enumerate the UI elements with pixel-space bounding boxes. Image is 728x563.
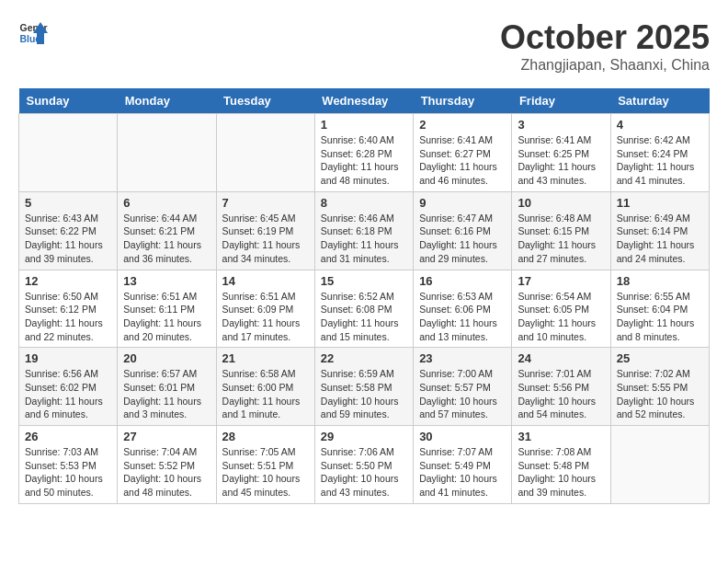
day-number: 4 — [617, 118, 703, 132]
day-info: Sunrise: 6:44 AM Sunset: 6:21 PM Dayligh… — [123, 212, 210, 266]
calendar-cell — [610, 426, 709, 504]
calendar-cell: 30Sunrise: 7:07 AM Sunset: 5:49 PM Dayli… — [414, 426, 512, 504]
day-number: 22 — [321, 351, 407, 365]
calendar-cell: 10Sunrise: 6:48 AM Sunset: 6:15 PM Dayli… — [512, 191, 610, 270]
calendar-cell: 31Sunrise: 7:08 AM Sunset: 5:48 PM Dayli… — [512, 426, 610, 504]
day-number: 7 — [222, 196, 309, 210]
calendar-week-row: 19Sunrise: 6:56 AM Sunset: 6:02 PM Dayli… — [19, 348, 710, 426]
day-number: 13 — [123, 274, 210, 288]
day-number: 3 — [518, 118, 604, 132]
column-header-wednesday: Wednesday — [314, 88, 413, 114]
calendar-cell: 21Sunrise: 6:58 AM Sunset: 6:00 PM Dayli… — [216, 348, 314, 426]
day-info: Sunrise: 7:03 AM Sunset: 5:53 PM Dayligh… — [25, 445, 111, 500]
day-number: 25 — [617, 351, 703, 365]
calendar-cell: 6Sunrise: 6:44 AM Sunset: 6:21 PM Daylig… — [118, 191, 216, 270]
calendar-cell: 22Sunrise: 6:59 AM Sunset: 5:58 PM Dayli… — [314, 348, 413, 426]
day-info: Sunrise: 6:56 AM Sunset: 6:02 PM Dayligh… — [25, 367, 111, 421]
calendar-cell — [19, 114, 118, 192]
day-number: 12 — [25, 274, 111, 288]
day-number: 17 — [518, 274, 604, 288]
calendar-cell: 1Sunrise: 6:40 AM Sunset: 6:28 PM Daylig… — [314, 114, 413, 192]
day-info: Sunrise: 6:43 AM Sunset: 6:22 PM Dayligh… — [25, 212, 111, 266]
day-number: 15 — [321, 274, 407, 288]
day-info: Sunrise: 7:00 AM Sunset: 5:57 PM Dayligh… — [419, 367, 506, 421]
calendar-cell — [216, 114, 314, 192]
day-info: Sunrise: 7:07 AM Sunset: 5:49 PM Dayligh… — [419, 445, 506, 500]
column-header-sunday: Sunday — [19, 88, 118, 114]
column-header-tuesday: Tuesday — [216, 88, 314, 114]
day-info: Sunrise: 6:41 AM Sunset: 6:25 PM Dayligh… — [518, 133, 604, 188]
calendar-week-row: 1Sunrise: 6:40 AM Sunset: 6:28 PM Daylig… — [19, 114, 710, 192]
day-number: 19 — [25, 351, 111, 365]
day-info: Sunrise: 6:41 AM Sunset: 6:27 PM Dayligh… — [419, 133, 506, 188]
calendar-table: SundayMondayTuesdayWednesdayThursdayFrid… — [18, 88, 710, 504]
calendar-cell: 17Sunrise: 6:54 AM Sunset: 6:05 PM Dayli… — [512, 270, 610, 348]
calendar-cell: 23Sunrise: 7:00 AM Sunset: 5:57 PM Dayli… — [414, 348, 512, 426]
day-number: 16 — [419, 274, 506, 288]
day-info: Sunrise: 6:51 AM Sunset: 6:09 PM Dayligh… — [222, 290, 309, 344]
day-number: 24 — [518, 351, 604, 365]
calendar-cell: 4Sunrise: 6:42 AM Sunset: 6:24 PM Daylig… — [610, 114, 709, 192]
location: Zhangjiapan, Shaanxi, China — [500, 57, 710, 74]
day-info: Sunrise: 6:53 AM Sunset: 6:06 PM Dayligh… — [419, 290, 506, 344]
title-block: October 2025 Zhangjiapan, Shaanxi, China — [500, 18, 710, 74]
day-number: 27 — [123, 430, 210, 443]
calendar-header-row: SundayMondayTuesdayWednesdayThursdayFrid… — [19, 88, 710, 114]
month-title: October 2025 — [500, 18, 710, 57]
calendar-cell: 12Sunrise: 6:50 AM Sunset: 6:12 PM Dayli… — [19, 270, 118, 348]
day-number: 10 — [518, 196, 604, 210]
day-info: Sunrise: 6:50 AM Sunset: 6:12 PM Dayligh… — [25, 290, 111, 344]
calendar-cell: 24Sunrise: 7:01 AM Sunset: 5:56 PM Dayli… — [512, 348, 610, 426]
day-info: Sunrise: 6:48 AM Sunset: 6:15 PM Dayligh… — [518, 212, 604, 266]
calendar-cell: 15Sunrise: 6:52 AM Sunset: 6:08 PM Dayli… — [314, 270, 413, 348]
calendar-cell: 27Sunrise: 7:04 AM Sunset: 5:52 PM Dayli… — [118, 426, 216, 504]
day-info: Sunrise: 6:42 AM Sunset: 6:24 PM Dayligh… — [617, 133, 703, 188]
logo: General Blue — [18, 18, 48, 48]
calendar-cell: 8Sunrise: 6:46 AM Sunset: 6:18 PM Daylig… — [314, 191, 413, 270]
calendar-week-row: 12Sunrise: 6:50 AM Sunset: 6:12 PM Dayli… — [19, 270, 710, 348]
day-number: 26 — [25, 430, 111, 443]
calendar-cell: 26Sunrise: 7:03 AM Sunset: 5:53 PM Dayli… — [19, 426, 118, 504]
calendar-cell: 7Sunrise: 6:45 AM Sunset: 6:19 PM Daylig… — [216, 191, 314, 270]
day-info: Sunrise: 6:49 AM Sunset: 6:14 PM Dayligh… — [617, 212, 703, 266]
column-header-friday: Friday — [512, 88, 610, 114]
calendar-cell: 2Sunrise: 6:41 AM Sunset: 6:27 PM Daylig… — [414, 114, 512, 192]
page-header: General Blue October 2025 Zhangjiapan, S… — [18, 18, 710, 74]
calendar-cell: 13Sunrise: 6:51 AM Sunset: 6:11 PM Dayli… — [118, 270, 216, 348]
day-number: 29 — [321, 430, 407, 443]
day-info: Sunrise: 6:59 AM Sunset: 5:58 PM Dayligh… — [321, 367, 407, 421]
calendar-week-row: 26Sunrise: 7:03 AM Sunset: 5:53 PM Dayli… — [19, 426, 710, 504]
column-header-monday: Monday — [118, 88, 216, 114]
day-number: 21 — [222, 351, 309, 365]
calendar-cell: 20Sunrise: 6:57 AM Sunset: 6:01 PM Dayli… — [118, 348, 216, 426]
day-number: 30 — [419, 430, 506, 443]
day-info: Sunrise: 7:01 AM Sunset: 5:56 PM Dayligh… — [518, 367, 604, 421]
day-number: 11 — [617, 196, 703, 210]
calendar-cell: 16Sunrise: 6:53 AM Sunset: 6:06 PM Dayli… — [414, 270, 512, 348]
day-number: 28 — [222, 430, 309, 443]
day-number: 2 — [419, 118, 506, 132]
logo-icon: General Blue — [18, 18, 48, 48]
day-info: Sunrise: 6:51 AM Sunset: 6:11 PM Dayligh… — [123, 290, 210, 344]
day-info: Sunrise: 7:02 AM Sunset: 5:55 PM Dayligh… — [617, 367, 703, 421]
day-number: 5 — [25, 196, 111, 210]
calendar-cell: 9Sunrise: 6:47 AM Sunset: 6:16 PM Daylig… — [414, 191, 512, 270]
day-info: Sunrise: 6:40 AM Sunset: 6:28 PM Dayligh… — [321, 133, 407, 188]
day-info: Sunrise: 7:05 AM Sunset: 5:51 PM Dayligh… — [222, 445, 309, 500]
calendar-week-row: 5Sunrise: 6:43 AM Sunset: 6:22 PM Daylig… — [19, 191, 710, 270]
day-info: Sunrise: 6:57 AM Sunset: 6:01 PM Dayligh… — [123, 367, 210, 421]
calendar-cell: 3Sunrise: 6:41 AM Sunset: 6:25 PM Daylig… — [512, 114, 610, 192]
day-number: 9 — [419, 196, 506, 210]
day-number: 31 — [518, 430, 604, 443]
calendar-cell: 11Sunrise: 6:49 AM Sunset: 6:14 PM Dayli… — [610, 191, 709, 270]
calendar-cell: 29Sunrise: 7:06 AM Sunset: 5:50 PM Dayli… — [314, 426, 413, 504]
day-info: Sunrise: 6:46 AM Sunset: 6:18 PM Dayligh… — [321, 212, 407, 266]
day-number: 1 — [321, 118, 407, 132]
day-info: Sunrise: 6:55 AM Sunset: 6:04 PM Dayligh… — [617, 290, 703, 344]
day-number: 18 — [617, 274, 703, 288]
day-number: 20 — [123, 351, 210, 365]
calendar-cell: 5Sunrise: 6:43 AM Sunset: 6:22 PM Daylig… — [19, 191, 118, 270]
day-info: Sunrise: 6:54 AM Sunset: 6:05 PM Dayligh… — [518, 290, 604, 344]
day-info: Sunrise: 6:52 AM Sunset: 6:08 PM Dayligh… — [321, 290, 407, 344]
calendar-cell: 28Sunrise: 7:05 AM Sunset: 5:51 PM Dayli… — [216, 426, 314, 504]
